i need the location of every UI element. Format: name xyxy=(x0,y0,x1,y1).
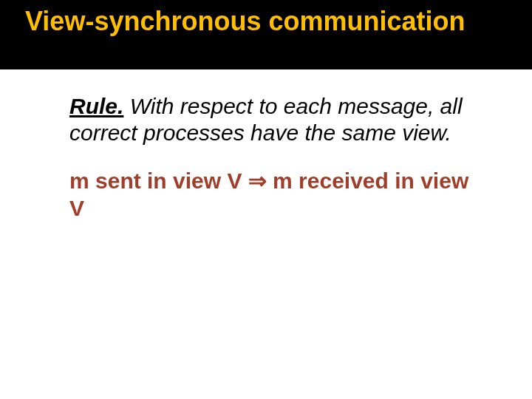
implication-statement: m sent in view V ⇒ m received in view V xyxy=(69,167,480,222)
slide-title: View-synchronous communication xyxy=(0,7,532,35)
rule-text: With respect to each message, all correc… xyxy=(69,94,463,145)
rule-label: Rule. xyxy=(69,94,123,118)
implication-lhs: m sent in view V xyxy=(69,168,248,193)
rule-paragraph: Rule. With respect to each message, all … xyxy=(69,93,480,146)
slide: View-synchronous communication Rule. Wit… xyxy=(0,0,532,399)
implies-symbol: ⇒ xyxy=(248,168,267,193)
slide-body: Rule. With respect to each message, all … xyxy=(0,69,532,222)
title-bar: View-synchronous communication xyxy=(0,0,532,69)
